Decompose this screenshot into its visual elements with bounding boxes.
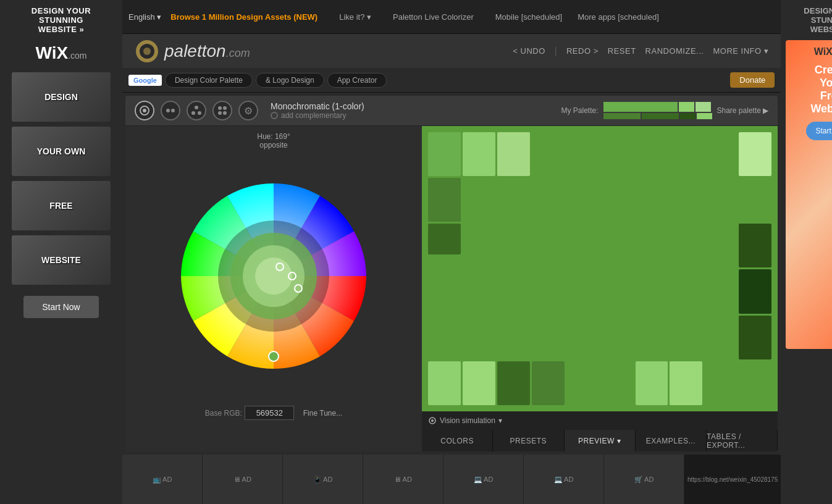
grid-cell xyxy=(497,361,530,405)
svg-point-9 xyxy=(198,111,201,115)
donate-button[interactable]: Donate xyxy=(730,72,775,88)
grid-cell xyxy=(739,132,771,176)
svg-point-11 xyxy=(223,106,227,110)
grid-cell xyxy=(428,224,461,254)
main-content: English ▾ Browse 1 Million Design Assets… xyxy=(122,0,781,504)
wix-start-now-button[interactable]: Start Now xyxy=(806,122,832,140)
palette-swatch-dark3 xyxy=(680,113,695,119)
ad-website[interactable]: WEBSITE xyxy=(12,235,111,285)
ad-your-own[interactable]: YOUR OWN xyxy=(12,127,111,176)
live-colorizer-link[interactable]: Paletton Live Colorizer xyxy=(393,12,474,22)
svg-point-21 xyxy=(431,419,434,422)
ad-design[interactable]: DESIGN xyxy=(12,72,111,122)
tab-design-palette[interactable]: Design Color Palette xyxy=(165,73,253,88)
undo-button[interactable]: < UNDO xyxy=(513,46,545,56)
left-design-text: DESIGN YOUR STUNNING WEBSITE » xyxy=(32,6,91,34)
google-badge[interactable]: Google xyxy=(128,75,162,86)
browse-link[interactable]: Browse 1 Million Design Assets (NEW) xyxy=(170,12,317,22)
color-wheel[interactable] xyxy=(150,153,397,400)
paletton-logo-icon xyxy=(135,39,159,64)
rgb-value-input[interactable] xyxy=(245,406,294,420)
color-wheel-container[interactable] xyxy=(150,153,397,400)
tab-bar: Google Design Color Palette & Logo Desig… xyxy=(122,68,781,93)
wix-ad-tagline: Create Your Free Website xyxy=(810,64,832,116)
wix-ad-logo: WiX.com xyxy=(814,46,832,57)
tab-presets[interactable]: PRESETS xyxy=(493,430,564,452)
tab-app-creator[interactable]: App Creator xyxy=(327,73,387,88)
svg-point-6 xyxy=(171,109,175,112)
complementary-radio[interactable] xyxy=(271,112,278,119)
language-select[interactable]: English ▾ xyxy=(128,12,161,22)
more-info-button[interactable]: MORE INFO ▾ xyxy=(713,46,768,56)
add-complementary[interactable]: add complementary xyxy=(271,111,364,120)
top-bar: English ▾ Browse 1 Million Design Assets… xyxy=(122,0,781,34)
mode-adjacent[interactable] xyxy=(161,101,180,120)
reset-button[interactable]: RESET xyxy=(608,46,636,56)
grid-cell xyxy=(739,361,771,405)
svg-point-7 xyxy=(195,106,198,109)
svg-point-2 xyxy=(143,48,151,55)
workspace: ⚙ Monochromatic (1-color) add complement… xyxy=(125,96,778,452)
color-area: Hue: 169° opposite xyxy=(125,126,778,452)
redo-button[interactable]: REDO > xyxy=(566,46,599,56)
grid-cell xyxy=(428,132,461,176)
svg-point-10 xyxy=(218,106,222,110)
tab-colors[interactable]: COLORS xyxy=(422,430,493,452)
tab-tables-export[interactable]: TABLES / EXPORT... xyxy=(707,430,778,452)
grid-cell xyxy=(739,178,771,222)
start-now-button[interactable]: Start Now xyxy=(23,296,98,318)
grid-cell xyxy=(566,132,599,176)
fine-tune-button[interactable]: Fine Tune... xyxy=(303,409,342,418)
wix-logo: WiX.com xyxy=(36,43,87,63)
logo-area: paletton.com xyxy=(135,39,250,64)
share-palette-button[interactable]: Share palette ▶ xyxy=(717,106,769,115)
palette-swatch-light1 xyxy=(679,102,694,112)
rgb-info: Base RGB: Fine Tune... xyxy=(205,406,342,420)
ad-item-2[interactable]: 🖥 AD xyxy=(203,455,283,504)
preview-panel: Vision simulation ▾ COLORS PRESETS PREVI… xyxy=(422,126,778,452)
ad-item-4[interactable]: 🖥 AD xyxy=(363,455,443,504)
my-palette-label: My Palette: xyxy=(561,106,598,115)
grid-cell xyxy=(739,269,771,313)
tab-logo-design[interactable]: & Logo Design xyxy=(256,73,324,88)
grid-cell xyxy=(670,361,702,405)
logo-text: paletton.com xyxy=(164,41,250,61)
wheel-panel: Hue: 169° opposite xyxy=(125,126,422,452)
svg-point-4 xyxy=(143,109,146,112)
ad-url: https://blog.net/weixin_45028175 xyxy=(684,473,781,486)
mode-triad[interactable] xyxy=(187,101,206,120)
vision-simulation-button[interactable]: Vision simulation ▾ xyxy=(428,416,502,425)
ad-item-5[interactable]: 💻 AD xyxy=(443,455,524,504)
more-apps[interactable]: More apps [scheduled] xyxy=(578,12,659,22)
vision-simulation-bar: Vision simulation ▾ xyxy=(422,411,778,430)
grid-cell xyxy=(636,361,668,405)
main-selector xyxy=(269,351,279,361)
grid-cell xyxy=(463,361,495,405)
grid-cell xyxy=(739,316,771,359)
grid-cell xyxy=(739,224,771,267)
svg-point-8 xyxy=(191,111,195,115)
ad-item-1[interactable]: 📺 AD xyxy=(122,455,203,504)
tab-preview[interactable]: PREVIEW ▾ xyxy=(565,430,636,452)
tab-examples[interactable]: EXAMPLES... xyxy=(636,430,707,452)
ad-item-3[interactable]: 📱 AD xyxy=(283,455,363,504)
randomize-button[interactable]: RANDOMIZE... xyxy=(645,46,704,56)
palette-info: Monochromatic (1-color) add complementar… xyxy=(271,101,364,120)
logo-actions: < UNDO | REDO > RESET RANDOMIZE... MORE … xyxy=(513,46,768,57)
ad-item-6[interactable]: 💻 AD xyxy=(524,455,604,504)
mode-monochromatic[interactable] xyxy=(135,101,154,120)
right-sidebar: DESIGN YOUR STUNNING WEBSITE » WiX.com C… xyxy=(781,0,832,504)
svg-point-19 xyxy=(255,258,292,295)
bottom-tabs: COLORS PRESETS PREVIEW ▾ EXAMPLES... TAB… xyxy=(422,430,778,452)
wix-ad-panel[interactable]: WiX.com Create Your Free Website Start N… xyxy=(786,40,832,349)
like-it[interactable]: Like it? ▾ xyxy=(339,12,371,22)
grid-cell xyxy=(532,361,565,405)
svg-point-13 xyxy=(223,111,227,115)
palette-swatch-main xyxy=(603,102,678,112)
ad-free[interactable]: FREE xyxy=(12,181,111,230)
grid-cell xyxy=(463,132,495,176)
grid-cell xyxy=(428,178,461,222)
mode-settings[interactable]: ⚙ xyxy=(238,101,258,120)
ad-item-7[interactable]: 🛒 AD xyxy=(604,455,684,504)
mode-tetrad[interactable] xyxy=(212,101,232,120)
